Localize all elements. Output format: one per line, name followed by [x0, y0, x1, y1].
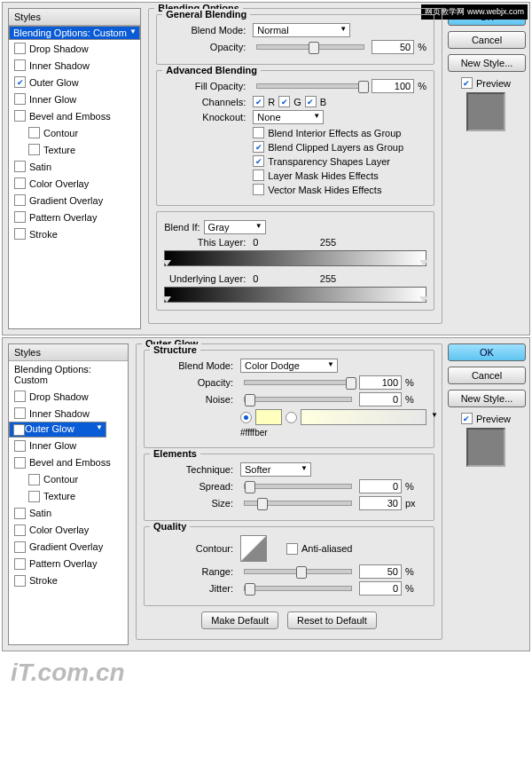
style-texture-2[interactable]: Texture	[9, 488, 128, 505]
style-satin-2[interactable]: Satin	[9, 505, 128, 522]
style-satin[interactable]: Satin	[9, 158, 140, 175]
style-bevel-2[interactable]: Bevel and Emboss	[9, 454, 128, 471]
channel-r-checkbox[interactable]	[253, 96, 264, 107]
styles-header-2: Styles	[9, 344, 128, 361]
noise-label: Noise:	[152, 394, 237, 405]
blend-if-select[interactable]: Gray	[204, 220, 266, 234]
noise-input[interactable]: 0	[359, 392, 402, 406]
quality-group: Quality Contour: Anti-aliased Range: 50 …	[144, 526, 434, 606]
fill-opacity-input[interactable]: 100	[372, 79, 414, 93]
style-inner-glow[interactable]: Inner Glow	[9, 91, 140, 107]
new-style-button-2[interactable]: New Style...	[448, 390, 526, 407]
opt4-checkbox[interactable]	[253, 170, 264, 181]
style-pattern-overlay-2[interactable]: Pattern Overlay	[9, 556, 128, 572]
contour-label: Contour:	[152, 543, 237, 554]
color-swatch[interactable]	[255, 409, 282, 425]
size-label: Size:	[152, 498, 237, 509]
style-inner-shadow[interactable]: Inner Shadow	[9, 57, 140, 74]
style-outer-glow[interactable]: Outer Glow	[9, 74, 140, 91]
style-drop-shadow[interactable]: Drop Shadow	[9, 40, 140, 57]
blend-if-label: Blend If:	[164, 222, 200, 233]
gradient-picker[interactable]	[301, 409, 426, 425]
blending-options-dialog: 网页教学网 www.webjx.com Styles Blending Opti…	[2, 2, 530, 335]
make-default-button[interactable]: Make Default	[201, 611, 278, 629]
preview-swatch	[466, 92, 505, 131]
noise-slider[interactable]	[244, 397, 352, 402]
style-stroke-2[interactable]: Stroke	[9, 572, 128, 589]
style-gradient-overlay-2[interactable]: Gradient Overlay	[9, 539, 128, 556]
range-input[interactable]: 50	[359, 564, 402, 579]
blend-mode-select-2[interactable]: Color Dodge	[240, 359, 338, 373]
contour-picker[interactable]	[240, 535, 267, 562]
style-contour-2[interactable]: Contour	[9, 471, 128, 488]
opacity-slider[interactable]	[256, 44, 364, 50]
reset-default-button[interactable]: Reset to Default	[287, 611, 377, 629]
advanced-blending-group: Advanced Blending Fill Opacity: 100 % Ch…	[156, 70, 434, 206]
ok-button-2[interactable]: OK	[448, 343, 526, 361]
style-outer-glow-2[interactable]: Outer Glow	[9, 422, 106, 438]
style-color-overlay-2[interactable]: Color Overlay	[9, 522, 128, 539]
opt1-checkbox[interactable]	[253, 127, 264, 138]
general-blending-group: General Blending Blend Mode: Normal Opac…	[156, 14, 434, 65]
opt3-checkbox[interactable]	[253, 155, 264, 167]
channel-g-checkbox[interactable]	[278, 96, 290, 107]
style-color-overlay[interactable]: Color Overlay	[9, 175, 140, 192]
spread-label: Spread:	[152, 481, 237, 492]
opacity-input-2[interactable]: 100	[359, 375, 402, 390]
outer-glow-dialog: Styles Blending Options: Custom Drop Sha…	[2, 337, 530, 651]
this-layer-gradient[interactable]	[164, 250, 426, 266]
color-radio[interactable]	[240, 412, 252, 423]
styles-list-2: Styles Blending Options: Custom Drop Sha…	[8, 343, 129, 645]
opt2-checkbox[interactable]	[253, 141, 264, 153]
channel-b-checkbox[interactable]	[305, 96, 317, 107]
elements-group: Elements Technique: Softer Spread: 0 % S…	[144, 454, 434, 521]
opacity-input[interactable]: 50	[372, 40, 414, 54]
size-slider[interactable]	[244, 501, 352, 506]
style-gradient-overlay[interactable]: Gradient Overlay	[9, 192, 140, 209]
range-slider[interactable]	[244, 569, 352, 574]
opacity-label: Opacity:	[164, 42, 249, 52]
blending-options-group: Blending Options General Blending Blend …	[148, 8, 442, 324]
jitter-label: Jitter:	[152, 583, 237, 594]
range-label: Range:	[152, 566, 237, 577]
under-layer-label: Underlying Layer:	[164, 273, 249, 284]
new-style-button[interactable]: New Style...	[448, 54, 526, 72]
style-pattern-overlay[interactable]: Pattern Overlay	[9, 209, 140, 225]
technique-label: Technique:	[152, 464, 237, 475]
structure-group: Structure Blend Mode: Color Dodge Opacit…	[144, 350, 434, 448]
this-layer-label: This Layer:	[164, 237, 249, 248]
style-drop-shadow-2[interactable]: Drop Shadow	[9, 388, 128, 405]
blend-mode-select[interactable]: Normal	[253, 23, 350, 37]
opacity-slider-2[interactable]	[244, 380, 352, 385]
jitter-slider[interactable]	[244, 586, 352, 591]
styles-list: Styles Blending Options: Custom Drop Sha…	[8, 8, 141, 329]
style-blending-options[interactable]: Blending Options: Custom	[9, 26, 140, 40]
style-contour[interactable]: Contour	[9, 124, 140, 141]
preview-swatch-2	[466, 428, 505, 467]
technique-select[interactable]: Softer	[240, 462, 311, 477]
fill-opacity-slider[interactable]	[256, 83, 364, 89]
gradient-radio[interactable]	[286, 412, 297, 423]
style-bevel[interactable]: Bevel and Emboss	[9, 107, 140, 124]
jitter-input[interactable]: 0	[359, 581, 402, 596]
style-stroke[interactable]: Stroke	[9, 225, 140, 242]
style-inner-glow-2[interactable]: Inner Glow	[9, 438, 128, 454]
opt5-checkbox[interactable]	[253, 184, 264, 195]
fill-opacity-label: Fill Opacity:	[164, 81, 249, 91]
knockout-select[interactable]: None	[253, 110, 324, 124]
cancel-button[interactable]: Cancel	[448, 31, 526, 49]
spread-input[interactable]: 0	[359, 479, 402, 493]
style-blending-options-2[interactable]: Blending Options: Custom	[9, 361, 128, 388]
preview-checkbox-2[interactable]	[461, 413, 473, 424]
antialias-checkbox[interactable]	[286, 543, 298, 555]
size-input[interactable]: 30	[359, 496, 402, 510]
preview-checkbox[interactable]	[461, 77, 473, 89]
channels-label: Channels:	[164, 97, 249, 107]
cancel-button-2[interactable]: Cancel	[448, 367, 526, 384]
spread-slider[interactable]	[244, 484, 352, 489]
blend-mode-label-2: Blend Mode:	[152, 360, 237, 371]
opacity-label-2: Opacity:	[152, 377, 237, 388]
under-layer-gradient[interactable]	[164, 287, 426, 303]
style-texture[interactable]: Texture	[9, 141, 140, 158]
style-inner-shadow-2[interactable]: Inner Shadow	[9, 405, 128, 422]
